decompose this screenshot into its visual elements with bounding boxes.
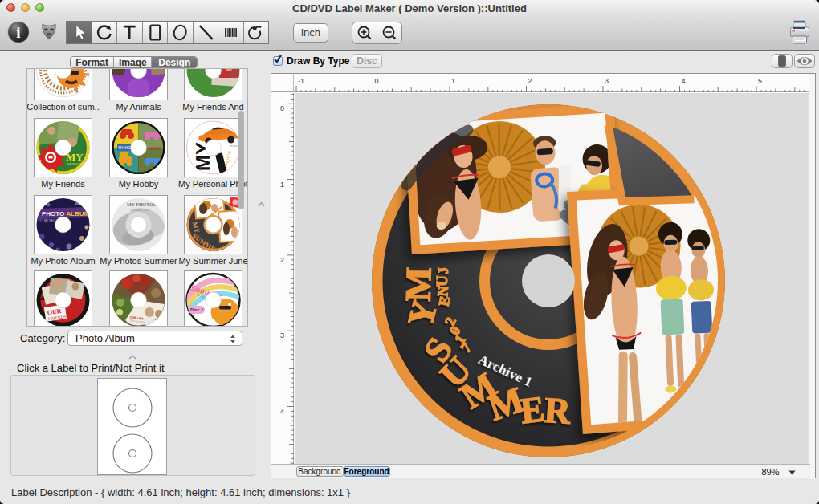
svg-text:3: 3 bbox=[280, 331, 284, 339]
svg-text:R: R bbox=[543, 389, 572, 431]
svg-text:MY PHOTOS: MY PHOTOS bbox=[127, 202, 157, 207]
svg-text:1: 1 bbox=[451, 77, 455, 85]
svg-text:1: 1 bbox=[280, 180, 284, 188]
svg-text:DISK #1: DISK #1 bbox=[149, 147, 162, 151]
svg-text:2: 2 bbox=[280, 255, 284, 263]
svg-text:4: 4 bbox=[681, 77, 685, 85]
svg-text:4: 4 bbox=[280, 407, 284, 415]
svg-text:J: J bbox=[434, 266, 451, 274]
svg-text:3: 3 bbox=[605, 77, 609, 85]
svg-text:0: 0 bbox=[280, 104, 284, 112]
svg-text:Disc 1: Disc 1 bbox=[190, 307, 203, 312]
svg-text:PHOTO ALBUM: PHOTO ALBUM bbox=[42, 210, 89, 217]
svg-text:M: M bbox=[397, 266, 438, 302]
svg-text:2: 2 bbox=[528, 77, 532, 85]
svg-text:i: i bbox=[16, 24, 20, 41]
svg-text:U: U bbox=[434, 275, 450, 286]
svg-text:0: 0 bbox=[374, 77, 378, 85]
svg-text:FRIENDS: FRIENDS bbox=[67, 162, 82, 166]
svg-text:SUMMER 2016: SUMMER 2016 bbox=[130, 209, 149, 212]
svg-text:-1: -1 bbox=[298, 77, 304, 85]
svg-text:5: 5 bbox=[758, 77, 762, 85]
